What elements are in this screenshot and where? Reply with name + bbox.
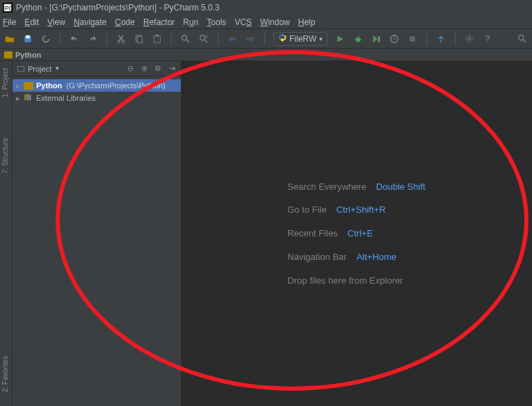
- project-header: Project ▼ ⊖ ⊕ ⚙ ⇥: [13, 61, 181, 76]
- vcs-update-icon[interactable]: [435, 33, 446, 44]
- menu-view[interactable]: View: [47, 17, 65, 27]
- tree-row-external-libs[interactable]: ▸ External Libraries: [13, 92, 181, 104]
- help-icon[interactable]: ?: [482, 33, 493, 44]
- menu-tools[interactable]: Tools: [207, 17, 226, 27]
- back-icon[interactable]: ⇦: [227, 33, 238, 44]
- project-tree[interactable]: ▸ Python (G:\PycharmProjects\Python) ▸ E…: [13, 76, 181, 406]
- tree-row-project-root[interactable]: ▸ Python (G:\PycharmProjects\Python): [13, 79, 181, 92]
- hint-search-everywhere: Search Everywhere Double Shift: [287, 175, 425, 199]
- toolbar-separator: [426, 33, 427, 45]
- project-tab-label[interactable]: Project: [28, 65, 51, 73]
- svg-text:PC: PC: [5, 5, 13, 12]
- window-title: Python - [G:\PycharmProjects\Python] - P…: [16, 3, 220, 13]
- save-icon[interactable]: [22, 33, 33, 44]
- svg-rect-19: [378, 36, 380, 42]
- cut-icon[interactable]: [115, 33, 127, 44]
- side-tab-favorites[interactable]: 2: Favorites: [1, 356, 9, 392]
- expand-icon[interactable]: ⊕: [139, 64, 149, 73]
- toolbar: ⇦ ⇨ FileRW ▾ ?: [0, 29, 532, 49]
- svg-rect-29: [26, 94, 29, 100]
- toolbar-separator: [218, 33, 218, 45]
- run-config-label: FileRW: [289, 34, 316, 44]
- menu-vcs[interactable]: VCS: [234, 17, 252, 27]
- toolbar-separator: [106, 33, 107, 45]
- svg-rect-30: [29, 95, 31, 101]
- side-tabs-left: 1: Project 7: Structure 2: Favorites: [0, 61, 13, 406]
- titlebar: PC Python - [G:\PycharmProjects\Python] …: [0, 0, 532, 15]
- svg-rect-28: [24, 95, 26, 101]
- svg-line-22: [394, 39, 396, 40]
- menu-run[interactable]: Run: [183, 17, 198, 27]
- toolbar-separator: [455, 33, 456, 45]
- svg-rect-10: [156, 34, 159, 36]
- hint-recent-files: Recent Files Ctrl+E: [287, 222, 425, 245]
- svg-rect-27: [18, 66, 24, 72]
- svg-point-13: [200, 35, 205, 40]
- tree-arrow-icon[interactable]: ▸: [15, 81, 21, 90]
- find-icon[interactable]: [180, 33, 191, 44]
- menu-navigate[interactable]: Navigate: [74, 17, 106, 27]
- project-icon: [17, 65, 25, 73]
- svg-rect-4: [26, 35, 29, 38]
- paste-icon[interactable]: [152, 33, 163, 44]
- hint-navigation-bar: Navigation Bar Alt+Home: [287, 245, 425, 269]
- menu-file[interactable]: File: [3, 17, 16, 27]
- chevron-down-icon[interactable]: ▼: [54, 65, 60, 72]
- open-icon[interactable]: [4, 33, 15, 44]
- menu-help[interactable]: Help: [298, 17, 316, 27]
- profile-icon[interactable]: [389, 33, 400, 44]
- tree-item-name: External Libraries: [36, 94, 96, 102]
- menu-window[interactable]: Window: [260, 17, 290, 27]
- svg-rect-23: [410, 36, 415, 42]
- undo-icon[interactable]: [69, 33, 80, 44]
- hide-icon[interactable]: ⇥: [167, 64, 177, 73]
- svg-line-14: [204, 39, 207, 42]
- toolbar-separator: [264, 33, 265, 45]
- svg-point-24: [468, 38, 471, 40]
- toolbar-separator: [60, 33, 61, 45]
- sync-icon[interactable]: [40, 33, 51, 44]
- breadcrumb[interactable]: Python: [0, 49, 532, 61]
- side-tab-project[interactable]: 1: Project: [1, 68, 9, 97]
- toolbar-separator: [171, 33, 172, 45]
- tree-arrow-icon[interactable]: ▸: [15, 94, 21, 103]
- collapse-icon[interactable]: ⊖: [125, 64, 135, 73]
- menu-code[interactable]: Code: [115, 17, 135, 27]
- project-pane: Project ▼ ⊖ ⊕ ⚙ ⇥ ▸ Python (G:\PycharmPr…: [13, 61, 181, 406]
- library-icon: [24, 93, 33, 103]
- menu-edit[interactable]: Edit: [24, 17, 39, 27]
- empty-state-hints: Search Everywhere Double Shift Go to Fil…: [287, 175, 425, 293]
- debug-icon[interactable]: [353, 33, 364, 44]
- menu-refactor[interactable]: Refactor: [143, 17, 175, 27]
- copy-icon[interactable]: [134, 33, 145, 44]
- svg-line-26: [523, 39, 526, 42]
- menubar: File Edit View Navigate Code Refactor Ru…: [0, 15, 532, 29]
- stop-icon[interactable]: [407, 33, 418, 44]
- side-tab-structure[interactable]: 7: Structure: [1, 138, 9, 174]
- main-area: 1: Project 7: Structure 2: Favorites Pro…: [0, 61, 532, 406]
- editor-empty-state: Search Everywhere Double Shift Go to Fil…: [181, 61, 532, 406]
- run-config-selector[interactable]: FileRW ▾: [273, 32, 328, 46]
- redo-icon[interactable]: [87, 33, 98, 44]
- svg-point-25: [519, 35, 524, 40]
- chevron-down-icon: ▾: [319, 35, 323, 42]
- forward-icon[interactable]: ⇨: [245, 33, 256, 44]
- folder-icon: [24, 82, 33, 90]
- folder-icon: [4, 51, 13, 58]
- tree-item-name: Python: [36, 81, 62, 90]
- run-coverage-icon[interactable]: [371, 33, 382, 44]
- tree-item-path: (G:\PycharmProjects\Python): [66, 81, 165, 90]
- hint-go-to-file: Go to File Ctrl+Shift+R: [287, 198, 425, 222]
- replace-icon[interactable]: [198, 33, 209, 44]
- svg-rect-9: [154, 35, 161, 42]
- svg-rect-8: [137, 36, 142, 42]
- search-everywhere-icon[interactable]: [517, 33, 528, 44]
- gear-icon[interactable]: ⚙: [153, 64, 163, 73]
- hint-drop-files: Drop files here from Explorer: [287, 269, 425, 293]
- run-icon[interactable]: [334, 33, 346, 44]
- svg-line-12: [186, 39, 189, 42]
- svg-point-15: [356, 37, 361, 42]
- breadcrumb-root: Python: [15, 51, 41, 59]
- settings-icon[interactable]: [464, 33, 475, 44]
- python-icon: [278, 33, 287, 44]
